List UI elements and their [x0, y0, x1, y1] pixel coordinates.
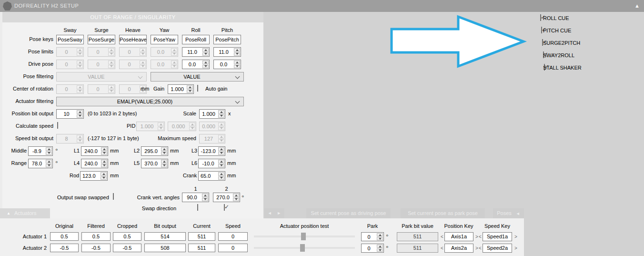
spin-up-icon[interactable]	[171, 48, 177, 52]
l6-spinner[interactable]: -10.0	[198, 159, 225, 168]
drive-pose-surge-spinner[interactable]: 0	[88, 60, 115, 69]
spin-down-icon[interactable]	[171, 65, 177, 69]
crank-spinner[interactable]: 65.0	[198, 171, 225, 181]
spin-down-icon[interactable]	[108, 52, 114, 56]
spin-down-icon[interactable]	[77, 114, 83, 118]
position-key-prev-icon[interactable]: <	[441, 245, 443, 251]
pid-d-spinner[interactable]: 0.000	[199, 122, 225, 131]
l3-spinner[interactable]: -123.0	[198, 146, 225, 156]
pitch-cue-checkbox[interactable]	[541, 27, 542, 33]
spin-up-icon[interactable]	[77, 48, 83, 52]
pose-limit-pitch-spinner[interactable]: 11.0	[213, 47, 241, 57]
spin-down-icon[interactable]	[46, 164, 52, 168]
crank-angle-2-spinner[interactable]: 270.0	[213, 193, 240, 202]
spin-up-icon[interactable]	[108, 85, 114, 89]
pose-limit-heave-spinner[interactable]: 0	[119, 47, 147, 57]
drive-pose-roll-spinner[interactable]: 0.0	[182, 60, 210, 69]
l1-spinner[interactable]: 240.0	[81, 146, 108, 156]
actuator-filtering-dropdown[interactable]: EMALP(VALUE;25.000)	[56, 97, 244, 106]
pose-key-pitch-input[interactable]: PosePitch	[213, 35, 241, 44]
spin-up-icon[interactable]	[46, 160, 52, 164]
spin-up-icon[interactable]	[161, 160, 167, 164]
spin-up-icon[interactable]	[140, 61, 146, 64]
actuator2-park-spinner[interactable]: 0	[361, 244, 384, 253]
pose-prev-next-buttons[interactable]: ◄ ►	[264, 208, 284, 218]
spin-down-icon[interactable]	[218, 152, 224, 155]
l2-spinner[interactable]: 295.0	[141, 146, 168, 156]
spin-up-icon[interactable]	[101, 172, 107, 176]
spin-down-icon[interactable]	[101, 164, 107, 168]
spin-up-icon[interactable]	[108, 48, 114, 52]
drive-pose-heave-spinner[interactable]: 0	[119, 60, 147, 69]
spin-down-icon[interactable]	[189, 127, 195, 131]
rod-spinner[interactable]: 123.0	[80, 171, 108, 181]
spin-down-icon[interactable]	[108, 90, 114, 93]
spin-down-icon[interactable]	[46, 152, 52, 155]
spin-up-icon[interactable]	[218, 135, 224, 139]
speed-bit-output-spinner[interactable]: 8	[56, 134, 84, 143]
spin-down-icon[interactable]	[77, 90, 83, 93]
spin-up-icon[interactable]	[377, 233, 383, 236]
scale-spinner[interactable]: 1.000	[199, 109, 225, 119]
spin-down-icon[interactable]	[161, 164, 167, 168]
spin-down-icon[interactable]	[101, 176, 107, 180]
spin-up-icon[interactable]	[377, 245, 383, 248]
spin-down-icon[interactable]	[202, 52, 209, 56]
pose-filtering-right-dropdown[interactable]: VALUE	[151, 72, 244, 82]
spin-down-icon[interactable]	[108, 65, 114, 69]
spin-up-icon[interactable]	[46, 147, 52, 151]
swap-direction-2-checkbox[interactable]	[224, 204, 225, 211]
poses-button[interactable]: Poses ◄	[493, 208, 524, 218]
set-park-pose-button[interactable]: Set current pose as park pose	[401, 208, 485, 218]
auto-gain-checkbox[interactable]	[197, 85, 198, 92]
spin-down-icon[interactable]	[161, 152, 167, 155]
output-swap-checkbox[interactable]	[113, 193, 114, 200]
position-key-next-icon[interactable]: >	[475, 245, 478, 251]
spin-up-icon[interactable]	[202, 61, 209, 64]
position-bit-output-spinner[interactable]: 10	[56, 109, 84, 119]
drive-pose-yaw-spinner[interactable]: 0.0	[151, 60, 178, 69]
pose-key-roll-input[interactable]: PoseRoll	[182, 35, 210, 44]
tab-actuators[interactable]: ▲ Actuators	[0, 208, 50, 218]
spin-up-icon[interactable]	[233, 194, 239, 197]
position-key-next-icon[interactable]: >	[475, 234, 478, 240]
speed-key-prev-icon[interactable]: <	[479, 245, 482, 251]
spin-up-icon[interactable]	[77, 85, 83, 89]
pose-key-sway-input[interactable]: PoseSway	[56, 35, 84, 44]
spin-down-icon[interactable]	[218, 176, 224, 180]
spin-down-icon[interactable]	[377, 237, 383, 240]
spin-up-icon[interactable]	[218, 160, 224, 164]
arrow-right-icon[interactable]: ►	[277, 211, 281, 215]
spin-up-icon[interactable]	[187, 85, 193, 89]
spin-down-icon[interactable]	[187, 90, 193, 93]
spin-up-icon[interactable]	[218, 172, 224, 176]
spin-down-icon[interactable]	[218, 127, 224, 131]
spin-up-icon[interactable]	[234, 48, 240, 52]
spin-up-icon[interactable]	[202, 194, 208, 197]
maximum-speed-spinner[interactable]: 127	[199, 134, 225, 143]
spin-down-icon[interactable]	[202, 65, 209, 69]
pose-filtering-left-dropdown[interactable]: VALUE	[56, 72, 147, 82]
actuator1-speed-key-input[interactable]: Speed1a	[483, 232, 512, 241]
set-driving-pose-button[interactable]: Set current pose as driving pose	[306, 208, 391, 218]
roll-cue-checkbox[interactable]	[540, 14, 541, 21]
spin-down-icon[interactable]	[77, 139, 83, 143]
spin-up-icon[interactable]	[101, 160, 107, 164]
spin-up-icon[interactable]	[77, 135, 83, 139]
spin-up-icon[interactable]	[202, 48, 209, 52]
slider-thumb[interactable]	[300, 244, 305, 252]
spin-down-icon[interactable]	[140, 52, 146, 56]
spin-up-icon[interactable]	[189, 123, 195, 126]
pid-i-spinner[interactable]: 0.000	[168, 122, 196, 131]
spin-down-icon[interactable]	[101, 152, 107, 155]
speed-key-next-icon[interactable]: >	[514, 245, 517, 251]
swap-direction-1-checkbox[interactable]	[197, 204, 198, 211]
pose-key-heave-input[interactable]: PoseHeave	[119, 35, 147, 44]
spin-up-icon[interactable]	[158, 123, 164, 126]
slider-thumb[interactable]	[301, 233, 306, 240]
spin-down-icon[interactable]	[158, 127, 164, 131]
actuator2-speed-key-input[interactable]: Speed2a	[483, 244, 512, 253]
drive-pose-pitch-spinner[interactable]: 0.0	[213, 60, 241, 69]
actuator2-position-key-input[interactable]: Axis2a	[444, 244, 473, 253]
spin-up-icon[interactable]	[218, 123, 224, 126]
